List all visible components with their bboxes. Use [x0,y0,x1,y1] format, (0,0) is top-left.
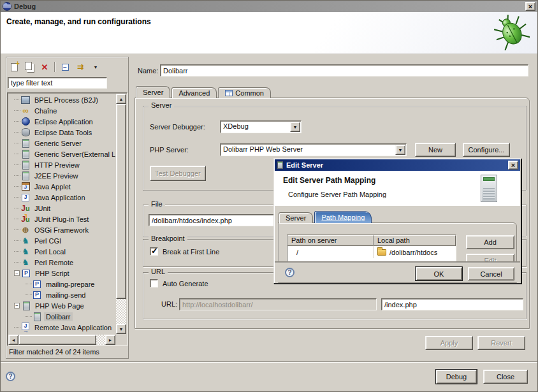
tree-vertical-scrollbar[interactable]: ▲ ▼ [116,94,126,334]
tree-guide-line [14,110,20,111]
eclipse-icon [20,117,31,126]
tree-guide-line [14,99,20,100]
help-icon[interactable]: ? [6,372,15,381]
dialog-tab-path-mapping[interactable]: Path Mapping [314,211,372,223]
tree-item-junit[interactable]: JUnit [9,203,115,214]
break-first-line-label: Break at First Line [163,248,219,256]
server-icon [20,171,31,180]
cancel-button[interactable]: Cancel [468,267,514,280]
tree-item-generic-server[interactable]: Generic Server [9,138,115,149]
tree-item-php-script[interactable]: −PHP Script [9,268,115,279]
php-icon [21,269,31,278]
tree-item-mailing-prepare[interactable]: mailing-prepare [9,279,115,289]
tree-item-label: J2EE Preview [33,171,80,180]
filter-input[interactable] [8,77,107,89]
tree-item-osgi-framework[interactable]: OSGi Framework [9,224,115,235]
scroll-left-icon[interactable]: ◄ [8,335,18,345]
ok-button[interactable]: OK [416,267,462,280]
tree-horizontal-scrollbar[interactable]: ◄ ► [8,335,115,345]
menu-caret-icon[interactable]: ▼ [90,61,101,73]
dialog-tab-bar: Server Path Mapping [279,212,373,223]
php-server-select[interactable]: Dolibarr PHP Web Server ▼ [220,143,407,156]
tree-item-eclipse-data-tools[interactable]: Eclipse Data Tools [9,127,115,138]
debug-button[interactable]: Debug [436,370,477,384]
debug-window: Debug × Create, manage, and run configur… [0,0,538,392]
dialog-heading: Edit Server Path Mapping [283,176,375,185]
tree-item-label: Java Application [33,193,87,202]
tree-guide-line [14,175,20,176]
tree-item-http-preview[interactable]: HTTP Preview [9,159,115,170]
horizontal-scroll-thumb[interactable] [18,335,96,345]
tree-item-label: JUnit Plug-in Test [33,215,91,224]
test-debugger-button[interactable]: Test Debugger [150,166,206,181]
tree-item-perl-cgi[interactable]: Perl CGI [9,235,115,246]
perl-icon [20,247,31,256]
revert-button[interactable]: Revert [477,336,525,350]
tree-item-perl-remote[interactable]: Perl Remote [9,257,115,268]
close-button[interactable]: Close [483,370,528,384]
collapse-expander-icon[interactable]: − [14,303,20,309]
vertical-scroll-thumb[interactable] [116,104,126,299]
url-base-input [179,298,377,310]
dialog-tab-server[interactable]: Server [279,212,313,223]
window-title: Debug [14,3,36,10]
tree-guide-line [14,219,20,219]
php-server-label: PHP Server: [150,146,189,154]
tree-item-java-applet[interactable]: Java Applet [9,181,115,192]
duplicate-config-icon[interactable] [24,61,35,73]
scroll-down-icon[interactable]: ▼ [116,324,126,334]
tree-item-php-web-page[interactable]: −PHP Web Page [9,300,115,311]
tree-item-j2ee-preview[interactable]: J2EE Preview [9,170,115,181]
dialog-close-button[interactable]: × [508,161,518,170]
url-path-input[interactable] [381,298,523,310]
delete-config-icon[interactable]: ✕ [39,61,50,73]
collapse-expander-icon[interactable]: − [14,270,20,276]
server-debugger-select[interactable]: XDebug ▼ [220,120,302,133]
column-local-path[interactable]: Local path [374,235,456,246]
new-server-button[interactable]: New [415,143,456,157]
configure-button[interactable]: Configure... [463,143,510,157]
scroll-right-icon[interactable]: ► [105,335,115,345]
tree-item-cha-ne[interactable]: Chaîne [9,105,115,116]
new-config-icon[interactable]: + [8,61,20,73]
tree-item-label: Eclipse Data Tools [33,128,94,137]
tree-item-bpel-process-b2j[interactable]: BPEL Process (B2J) [9,94,115,105]
window-close-button[interactable]: × [525,2,535,11]
tree-item-dolibarr[interactable]: Dolibarr [9,311,115,322]
collapse-all-icon[interactable]: − [59,61,71,73]
filter-icon[interactable]: ⇉ [75,61,86,73]
tree-item-eclipse-application[interactable]: Eclipse Application [9,116,115,127]
tab-server[interactable]: Server [136,86,170,98]
apply-button[interactable]: Apply [425,336,473,350]
tree-item-generic-server-external-la[interactable]: Generic Server(External La [9,149,115,159]
toolbar-separator [54,62,55,72]
tree-item-remote-java-application[interactable]: Remote Java Application [9,322,115,333]
auto-generate-checkbox[interactable] [150,279,158,287]
folder-icon [377,249,386,256]
tree-guide-line [14,229,20,230]
path-mapping-row[interactable]: //dolibarr/htdocs [287,246,456,258]
tab-advanced[interactable]: Advanced [171,87,217,98]
tree-item-java-application[interactable]: Java Application [9,192,115,203]
tree-item-label: HTTP Preview [33,161,82,170]
main-tab-bar: Server Advanced Common [136,86,272,98]
tab-common[interactable]: Common [218,87,271,98]
perl-icon [20,236,31,245]
name-label: Name: [138,67,158,75]
name-input[interactable] [160,64,528,76]
tree-item-junit-plug-in-test[interactable]: JUnit Plug-in Test [9,214,115,224]
scroll-up-icon[interactable]: ▲ [116,94,126,104]
osgi-icon [20,226,31,235]
tree-item-label: Perl CGI [33,236,63,245]
chevron-down-icon[interactable]: ▼ [290,122,300,132]
tree-guide-line [25,294,32,295]
java-icon [20,193,31,202]
chevron-down-icon[interactable]: ▼ [395,145,405,155]
dialog-help-icon[interactable]: ? [285,268,294,277]
tree-item-perl-local[interactable]: Perl Local [9,246,115,257]
bpel-icon [20,96,31,105]
tree-item-mailing-send[interactable]: mailing-send [9,289,115,300]
column-path-on-server[interactable]: Path on server [287,235,374,246]
add-button[interactable]: Add [466,235,514,249]
break-first-line-checkbox[interactable] [150,247,158,256]
